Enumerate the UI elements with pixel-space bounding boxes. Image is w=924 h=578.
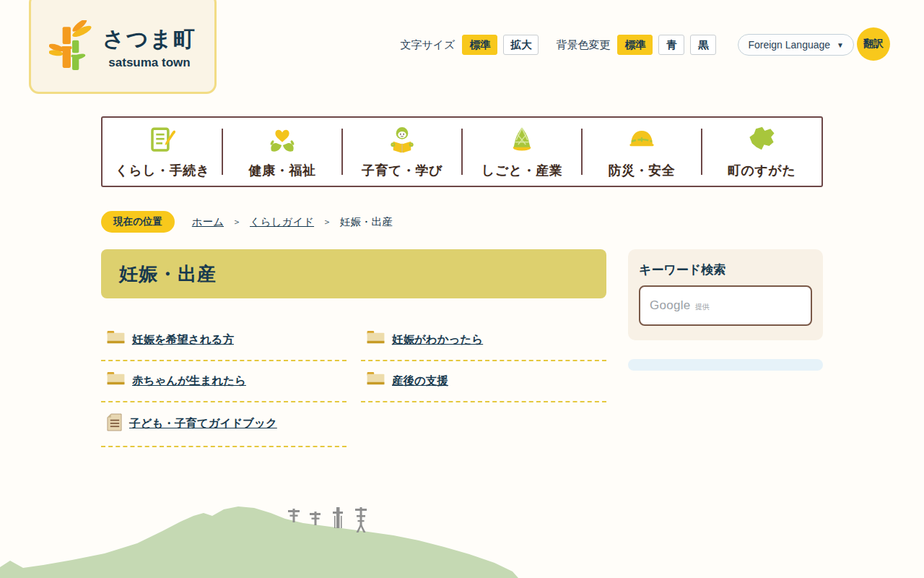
document-pen-icon bbox=[147, 125, 178, 158]
bg-blue-button[interactable]: 青 bbox=[658, 35, 684, 55]
site-name-en: satsuma town bbox=[103, 56, 196, 70]
nav-item-machi[interactable]: 町のすがた bbox=[702, 118, 821, 186]
green-hill bbox=[0, 506, 518, 578]
bg-color-label: 背景色変更 bbox=[556, 38, 610, 52]
folder-icon bbox=[107, 372, 125, 389]
child-reading-icon bbox=[387, 125, 417, 158]
font-size-standard-button[interactable]: 標準 bbox=[462, 35, 497, 55]
link-label[interactable]: 赤ちゃんが生まれたら bbox=[132, 374, 246, 389]
sidebar: キーワード検索 Google 提供 bbox=[628, 249, 823, 447]
nav-item-bosai[interactable]: 防災・安全 bbox=[582, 118, 702, 186]
bg-black-button[interactable]: 黒 bbox=[690, 35, 716, 55]
category-links: 妊娠を希望される方 妊娠がわかったら bbox=[101, 320, 606, 447]
link-item-akachan[interactable]: 赤ちゃんが生まれたら bbox=[101, 361, 346, 402]
link-label[interactable]: 産後の支援 bbox=[392, 374, 448, 389]
nav-item-kosodate[interactable]: 子育て・学び bbox=[342, 118, 462, 186]
breadcrumb-separator: ＞ bbox=[323, 216, 331, 228]
folder-icon bbox=[367, 331, 385, 348]
town-map-icon bbox=[746, 125, 777, 158]
nav-item-label: 健康・福祉 bbox=[249, 162, 316, 179]
nav-item-label: くらし・手続き bbox=[115, 162, 209, 179]
nav-item-label: 防災・安全 bbox=[609, 162, 676, 179]
link-label[interactable]: 子ども・子育てガイドブック bbox=[129, 416, 277, 431]
hands-heart-icon bbox=[267, 125, 297, 158]
nav-item-kurashi[interactable]: くらし・手続き bbox=[103, 118, 222, 186]
nav-item-label: 町のすがた bbox=[728, 162, 796, 179]
breadcrumb: 現在の位置 ホーム ＞ くらしガイド ＞ 妊娠・出産 bbox=[101, 211, 823, 233]
folder-icon bbox=[107, 331, 125, 348]
hill-graphic bbox=[0, 497, 924, 578]
main-navigation: くらし・手続き 健康・福祉 bbox=[101, 116, 823, 187]
link-label[interactable]: 妊娠を希望される方 bbox=[132, 332, 234, 348]
search-input[interactable] bbox=[640, 287, 811, 324]
nav-item-shigoto[interactable]: しごと・産業 bbox=[462, 118, 582, 186]
page-title: 妊娠・出産 bbox=[119, 262, 217, 287]
header: さつま町 satsuma town 文字サイズ 標準 拡大 背景色変更 標準 青… bbox=[0, 0, 924, 116]
link-label[interactable]: 妊娠がわかったら bbox=[392, 332, 483, 348]
main-area: 妊娠・出産 妊娠を希望される方 bbox=[101, 249, 823, 447]
content-column: 妊娠・出産 妊娠を希望される方 bbox=[101, 249, 606, 447]
link-item-guidebook[interactable]: 子ども・子育てガイドブック bbox=[101, 402, 346, 447]
language-selector[interactable]: Foreign Language ▼ bbox=[738, 34, 854, 56]
link-item-ninshin-wakattara[interactable]: 妊娠がわかったら bbox=[361, 320, 606, 361]
bamboo-shoot-icon bbox=[507, 125, 537, 158]
footer-illustration bbox=[0, 497, 924, 578]
folder-icon bbox=[367, 372, 385, 389]
link-item-ninshin-kibo[interactable]: 妊娠を希望される方 bbox=[101, 320, 346, 361]
site-logo[interactable]: さつま町 satsuma town bbox=[29, 0, 217, 94]
nav-item-kenko[interactable]: 健康・福祉 bbox=[222, 118, 342, 186]
chevron-down-icon: ▼ bbox=[837, 41, 844, 49]
search-box: Google 提供 bbox=[639, 285, 812, 326]
page-title-banner: 妊娠・出産 bbox=[101, 249, 606, 298]
accessibility-toolbar: 文字サイズ 標準 拡大 背景色変更 標準 青 黒 Foreign Languag… bbox=[400, 29, 890, 61]
breadcrumb-kurashi-guide-link[interactable]: くらしガイド bbox=[250, 215, 314, 229]
link-item-sango-shien[interactable]: 産後の支援 bbox=[361, 361, 606, 402]
nav-item-label: 子育て・学び bbox=[362, 162, 443, 179]
site-name: さつま町 satsuma town bbox=[103, 25, 196, 70]
font-size-label: 文字サイズ bbox=[400, 38, 455, 52]
breadcrumb-current-page: 妊娠・出産 bbox=[340, 215, 393, 229]
bamboo-logo-icon bbox=[49, 20, 94, 74]
breadcrumb-separator: ＞ bbox=[232, 216, 241, 228]
site-name-jp: さつま町 bbox=[103, 25, 196, 54]
font-size-large-button[interactable]: 拡大 bbox=[503, 35, 539, 55]
language-selector-label: Foreign Language bbox=[748, 39, 830, 51]
helmet-icon bbox=[627, 125, 657, 158]
decorative-blue-bar bbox=[628, 359, 823, 371]
keyword-search-panel: キーワード検索 Google 提供 bbox=[628, 249, 823, 340]
bg-standard-button[interactable]: 標準 bbox=[617, 35, 653, 55]
current-location-badge: 現在の位置 bbox=[101, 211, 175, 233]
document-icon bbox=[107, 413, 122, 434]
breadcrumb-home-link[interactable]: ホーム bbox=[192, 215, 224, 229]
translate-button[interactable]: 翻訳 bbox=[857, 27, 890, 61]
nav-item-label: しごと・産業 bbox=[481, 162, 562, 179]
keyword-search-title: キーワード検索 bbox=[639, 262, 812, 278]
